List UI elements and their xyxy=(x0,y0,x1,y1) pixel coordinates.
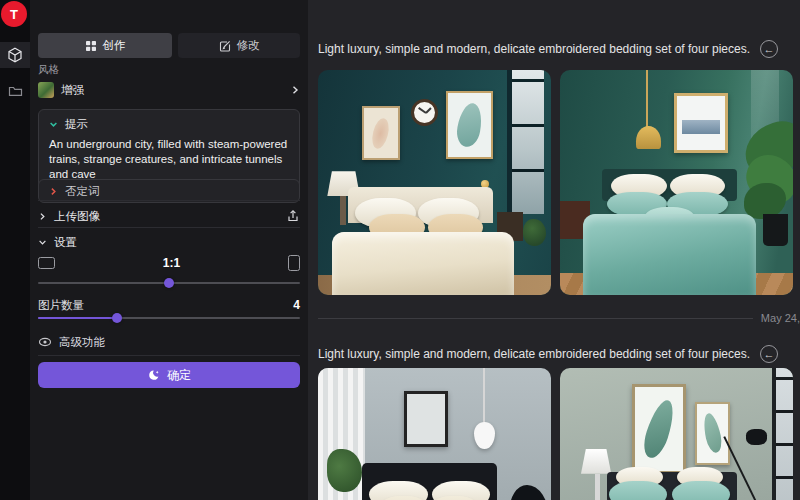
wall-art-frame xyxy=(446,91,493,159)
prompt-text[interactable]: An underground city, filled with steam-p… xyxy=(49,137,289,182)
generation-caption: Light luxury, simple and modern, delicat… xyxy=(318,347,750,361)
upload-image-label: 上传图像 xyxy=(54,209,100,224)
leaf-art xyxy=(701,412,724,454)
chevron-right-icon xyxy=(49,187,58,196)
tab-create[interactable]: 创作 xyxy=(38,33,172,58)
pendant-cord xyxy=(483,368,485,424)
divider xyxy=(38,200,300,201)
avatar-letter: T xyxy=(10,7,18,22)
pillow xyxy=(609,481,667,500)
folder-icon xyxy=(8,84,23,97)
style-thumbnail xyxy=(38,82,54,98)
caption-row: Light luxury, simple and modern, delicat… xyxy=(318,40,794,58)
chevron-down-icon xyxy=(49,120,58,129)
advanced-features-label: 高级功能 xyxy=(59,335,105,350)
cube-icon xyxy=(7,47,23,63)
date-divider: May 24, xyxy=(318,311,800,325)
generated-image-1[interactable] xyxy=(318,70,551,295)
count-slider[interactable] xyxy=(38,313,300,323)
chevron-right-icon xyxy=(290,85,300,95)
ratio-slider-thumb[interactable] xyxy=(164,278,174,288)
image-count-value: 4 xyxy=(293,298,300,312)
plant xyxy=(523,219,546,246)
chair xyxy=(509,485,549,500)
tab-modify[interactable]: 修改 xyxy=(178,33,300,58)
wall-art-frame xyxy=(404,391,448,447)
image-row xyxy=(318,70,793,295)
control-panel: 创作 修改 风格 增强 xyxy=(30,0,308,500)
generated-image-2[interactable] xyxy=(560,70,793,295)
wall-art-frame xyxy=(695,402,730,465)
eye-icon xyxy=(38,335,52,349)
tab-modify-label: 修改 xyxy=(237,38,260,53)
left-rail: T xyxy=(0,0,30,500)
seascape-art xyxy=(682,120,720,134)
upload-icon[interactable] xyxy=(286,209,300,223)
gallery-area: Light luxury, simple and modern, delicat… xyxy=(308,0,800,500)
divider-line xyxy=(318,318,753,319)
wall-clock xyxy=(411,99,438,126)
plant-pot xyxy=(763,214,789,246)
tab-create-label: 创作 xyxy=(103,38,126,53)
image-row xyxy=(318,368,793,500)
settings-label: 设置 xyxy=(54,235,77,250)
lamp-base xyxy=(340,196,346,225)
confirm-button-label: 确定 xyxy=(167,367,191,384)
style-selector[interactable]: 增强 xyxy=(38,79,300,101)
confirm-button[interactable]: 确定 xyxy=(38,362,300,388)
ratio-value: 1:1 xyxy=(55,256,288,270)
floor-lamp-shade xyxy=(746,429,767,445)
wall-art-frame xyxy=(632,384,686,474)
ratio-slider[interactable] xyxy=(38,278,300,288)
nav-generate[interactable] xyxy=(0,42,30,68)
table-lamp xyxy=(581,449,611,474)
nav-files[interactable] xyxy=(0,77,30,103)
upload-image-row[interactable]: 上传图像 xyxy=(38,206,300,226)
lamp-base xyxy=(595,474,600,500)
pendant-lamp xyxy=(474,422,495,449)
advanced-features-row[interactable]: 高级功能 xyxy=(38,333,300,351)
portrait-ratio-icon[interactable] xyxy=(288,255,300,271)
leaf-art xyxy=(639,397,678,461)
leaf-art xyxy=(454,101,485,149)
chevron-right-icon xyxy=(38,212,47,221)
aspect-ratio-row: 1:1 xyxy=(38,254,300,272)
caption-row: Light luxury, simple and modern, delicat… xyxy=(318,345,794,363)
window xyxy=(507,70,544,214)
pendant-cord xyxy=(646,70,648,129)
negative-words-label: 否定词 xyxy=(65,184,100,199)
image-count-row: 图片数量 4 xyxy=(38,297,300,313)
settings-row[interactable]: 设置 xyxy=(38,234,300,250)
duvet xyxy=(583,214,755,295)
edit-icon xyxy=(219,40,231,52)
reuse-prompt-icon[interactable] xyxy=(760,40,778,58)
user-avatar[interactable]: T xyxy=(1,1,27,27)
chevron-down-icon xyxy=(38,238,47,247)
date-label: May 24, xyxy=(761,312,800,324)
duvet xyxy=(332,232,514,295)
grid-icon xyxy=(85,40,97,52)
wall-art-frame xyxy=(362,106,399,160)
feather-art xyxy=(370,116,392,150)
mode-tabs: 创作 修改 xyxy=(38,33,300,58)
style-value: 增强 xyxy=(61,83,84,98)
wall-art-frame xyxy=(674,93,728,154)
divider xyxy=(38,355,300,356)
count-slider-fill xyxy=(38,317,117,319)
pillow xyxy=(672,481,730,500)
moon-sparkle-icon xyxy=(147,369,160,382)
prompt-label: 提示 xyxy=(65,117,88,132)
generation-caption: Light luxury, simple and modern, delicat… xyxy=(318,42,750,56)
count-slider-thumb[interactable] xyxy=(112,313,122,323)
divider xyxy=(38,227,300,228)
pendant-lamp xyxy=(636,126,662,149)
style-section-label: 风格 xyxy=(38,63,300,77)
landscape-ratio-icon[interactable] xyxy=(38,257,55,269)
window xyxy=(772,368,793,500)
image-count-label: 图片数量 xyxy=(38,298,84,313)
reuse-prompt-icon[interactable] xyxy=(760,345,778,363)
generated-image-4[interactable] xyxy=(560,368,793,500)
generated-image-3[interactable] xyxy=(318,368,551,500)
